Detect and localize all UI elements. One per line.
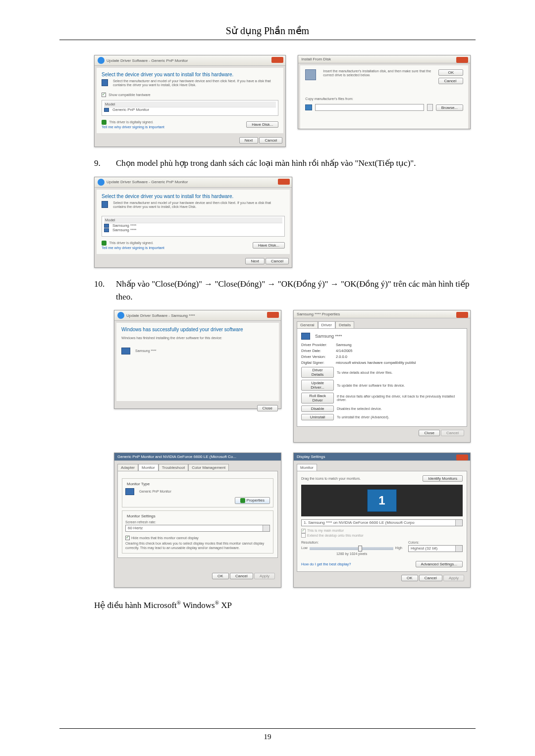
- signed-text: This driver is digitally signed.: [109, 120, 153, 124]
- resolution-label: Resolution:: [301, 541, 402, 545]
- chevron-down-icon[interactable]: [455, 520, 462, 526]
- list-item[interactable]: Generic PnP Monitor: [112, 107, 149, 112]
- close-icon: [267, 312, 279, 318]
- list-item[interactable]: Samsung ****: [112, 223, 136, 228]
- window-title: Display Settings: [297, 454, 325, 459]
- checkbox-compatible[interactable]: [102, 93, 106, 97]
- low-label: Low: [301, 546, 308, 550]
- cancel-button[interactable]: Cancel: [419, 575, 442, 581]
- uninstall-button[interactable]: Uninstall: [301, 414, 334, 420]
- screenshot-update-driver-1: Update Driver Software - Generic PnP Mon…: [94, 55, 286, 147]
- best-display-link[interactable]: How do I get the best display?: [301, 562, 351, 566]
- main-monitor-label: This is my main monitor: [307, 529, 344, 532]
- hide-modes-label: Hide modes that this monitor cannot disp…: [131, 536, 199, 540]
- provider-value: Samsung: [336, 343, 352, 347]
- resolution-value: 1280 by 1024 pixels: [301, 552, 402, 556]
- update-driver-desc: To update the driver software for this d…: [337, 384, 463, 387]
- ok-button[interactable]: OK: [212, 573, 229, 579]
- colors-label: Colors:: [408, 541, 463, 545]
- model-header: Model: [104, 101, 276, 107]
- footer-prefix: Hệ điều hành Microsoft: [94, 601, 177, 610]
- cancel-button[interactable]: Cancel: [259, 137, 282, 144]
- monitor-type-group: Monitor Type: [125, 482, 151, 486]
- dropdown-arrow-icon[interactable]: [427, 104, 433, 111]
- chevron-down-icon[interactable]: [263, 525, 269, 531]
- footer-mid: Windows: [181, 601, 214, 610]
- screenshot-update-success: Update Driver Software - Samsung **** Wi…: [114, 310, 281, 409]
- window-title: Samsung **** Properties: [297, 312, 340, 316]
- identify-button[interactable]: Identify Monitors: [423, 475, 463, 482]
- have-disk-button[interactable]: Have Disk...: [253, 242, 285, 249]
- registered-mark: ®: [215, 600, 219, 605]
- monitor-icon: [121, 348, 130, 354]
- refresh-rate-combo[interactable]: 60 Hertz: [125, 525, 270, 532]
- monitor-icon: [301, 333, 310, 340]
- cancel-button: Cancel: [441, 430, 464, 436]
- monitor-icon: [102, 201, 108, 208]
- page-number: 19: [0, 728, 535, 741]
- tab-details[interactable]: Details: [335, 321, 354, 328]
- close-button[interactable]: Close: [419, 430, 439, 436]
- screenshot-update-driver-2: Update Driver Software - Generic PnP Mon…: [94, 177, 292, 268]
- monitor-settings-group: Monitor Settings: [125, 514, 157, 518]
- os-footer-text: Hệ điều hành Microsoft® Windows® XP: [94, 600, 471, 610]
- cancel-button[interactable]: Cancel: [266, 258, 289, 264]
- path-input[interactable]: [315, 104, 424, 111]
- resolution-slider[interactable]: [310, 547, 393, 550]
- dialog-sub: Windows has finished installing the driv…: [121, 336, 274, 340]
- update-driver-button[interactable]: Update Driver...: [301, 380, 334, 391]
- signer-label: Digital Signer:: [301, 360, 333, 365]
- ok-button[interactable]: OK: [438, 69, 463, 76]
- monitor-1[interactable]: 1: [367, 489, 397, 512]
- dialog-heading: Select the device driver you want to ins…: [102, 194, 285, 199]
- colors-combo[interactable]: Highest (32 bit): [408, 545, 463, 552]
- close-icon: [271, 57, 283, 63]
- monitor-icon: [104, 228, 109, 232]
- display-arena[interactable]: 1: [301, 485, 463, 516]
- monitor-select-combo[interactable]: 1. Samsung **** on NVIDIA GeForce 6600 L…: [301, 519, 463, 526]
- shield-icon: [102, 120, 107, 125]
- tab-adapter[interactable]: Adapter: [117, 464, 138, 471]
- step-number: 10.: [94, 278, 109, 303]
- chevron-down-icon[interactable]: [455, 546, 462, 552]
- signing-link[interactable]: Tell me why driver signing is important: [102, 246, 164, 250]
- screenshot-driver-properties: Samsung **** Properties General Driver D…: [293, 310, 471, 443]
- step-9: 9. Chọn model phù hợp trong danh sách cá…: [94, 157, 471, 170]
- list-item[interactable]: Samsung ****: [112, 228, 136, 232]
- advanced-settings-button[interactable]: Advanced Settings...: [416, 561, 463, 567]
- tab-monitor[interactable]: Monitor: [297, 464, 317, 471]
- disable-button[interactable]: Disable: [301, 405, 334, 412]
- properties-button[interactable]: Properties: [247, 499, 265, 503]
- date-label: Driver Date:: [301, 349, 333, 353]
- signing-link[interactable]: Tell me why driver signing is important: [102, 125, 164, 129]
- step-text: Nhấp vào "Close(Đóng)" → "Close(Đóng)" →…: [116, 278, 471, 303]
- tab-general[interactable]: General: [297, 321, 318, 328]
- close-icon: [456, 57, 468, 63]
- hide-modes-checkbox[interactable]: [125, 536, 130, 540]
- tab-monitor[interactable]: Monitor: [138, 464, 159, 471]
- tab-troubleshoot[interactable]: Troubleshoot: [159, 464, 188, 471]
- cancel-button[interactable]: Cancel: [438, 78, 463, 84]
- cancel-button[interactable]: Cancel: [230, 573, 253, 579]
- model-header: Model: [104, 217, 282, 223]
- model-list[interactable]: Model Generic PnP Monitor: [102, 100, 278, 116]
- apply-button: Apply: [254, 573, 275, 579]
- rollback-button[interactable]: Roll Back Driver: [301, 393, 334, 403]
- have-disk-button[interactable]: Have Disk...: [246, 121, 278, 128]
- slider-thumb[interactable]: [358, 546, 362, 552]
- monitor-type-value: Generic PnP Monitor: [139, 490, 171, 494]
- next-button[interactable]: Next: [239, 137, 258, 144]
- drag-instruction: Drag the icons to match your monitors.: [301, 477, 361, 481]
- close-button[interactable]: Close: [257, 405, 278, 411]
- ok-button[interactable]: OK: [401, 575, 418, 581]
- high-label: High: [395, 546, 402, 550]
- window-title: Update Driver Software - Generic PnP Mon…: [107, 58, 188, 63]
- driver-details-button[interactable]: Driver Details: [301, 367, 334, 378]
- browse-button[interactable]: Browse...: [436, 104, 463, 111]
- tab-driver[interactable]: Driver: [318, 321, 335, 328]
- tab-color[interactable]: Color Management: [188, 464, 229, 471]
- back-icon: [98, 57, 105, 64]
- model-list[interactable]: Model Samsung **** Samsung ****: [102, 216, 285, 237]
- back-icon: [117, 312, 124, 319]
- next-button[interactable]: Next: [245, 258, 264, 264]
